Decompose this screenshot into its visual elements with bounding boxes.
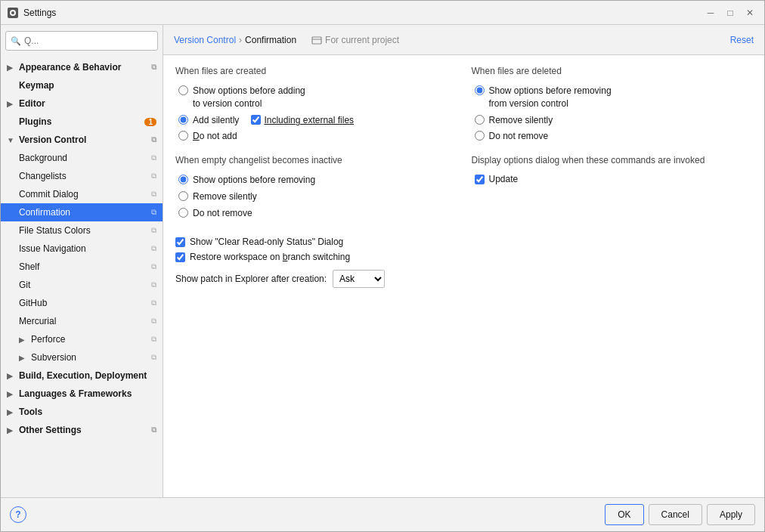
cancel-button[interactable]: Cancel	[649, 504, 702, 525]
arrow-icon: ▶	[19, 336, 28, 344]
sidebar-item-mercurial[interactable]: Mercurial ⧉	[1, 312, 163, 330]
copy-icon[interactable]: ⧉	[151, 190, 156, 199]
including-external-label: Including external files	[264, 115, 354, 125]
radio-show-options-inactive-input[interactable]	[178, 175, 188, 184]
radio-do-not-remove-inactive-input[interactable]	[178, 208, 188, 218]
sidebar-item-build[interactable]: ▶ Build, Execution, Deployment	[1, 367, 163, 385]
search-icon: 🔍	[11, 36, 21, 46]
copy-icon[interactable]: ⧉	[151, 425, 156, 435]
sidebar-item-label: Commit Dialog	[19, 189, 79, 200]
radio-do-not-add[interactable]: Do not add	[178, 130, 457, 143]
copy-icon[interactable]: ⧉	[151, 172, 156, 181]
radio-add-silently[interactable]: Add silently	[178, 114, 239, 127]
apply-button[interactable]: Apply	[707, 504, 755, 525]
radio-show-options-inactive[interactable]: Show options before removing	[178, 174, 457, 187]
display-options-label: Display options dialog when these comman…	[472, 155, 753, 168]
show-patch-dropdown[interactable]: Ask Always Never	[333, 270, 385, 288]
sidebar-item-background[interactable]: Background ⧉	[1, 149, 163, 167]
sidebar-item-github[interactable]: GitHub ⧉	[1, 294, 163, 312]
sidebar-item-appearance[interactable]: ▶ Appearance & Behavior ⧉	[1, 58, 163, 76]
sidebar-item-file-status-colors[interactable]: File Status Colors ⧉	[1, 221, 163, 240]
radio-remove-silently-inactive-input[interactable]	[178, 191, 188, 201]
sidebar-item-subversion[interactable]: ▶ Subversion ⧉	[1, 348, 163, 367]
copy-icon[interactable]: ⧉	[151, 280, 156, 289]
show-clear-readonly-checkbox[interactable]	[175, 237, 185, 247]
arrow-icon: ▶	[7, 426, 16, 435]
copy-icon[interactable]: ⧉	[151, 135, 156, 144]
copy-icon[interactable]: ⧉	[151, 353, 156, 362]
copy-icon[interactable]: ⧉	[151, 317, 156, 326]
update-checkbox[interactable]	[475, 175, 485, 184]
copy-icon[interactable]: ⧉	[151, 226, 156, 235]
sidebar-item-version-control[interactable]: ▼ Version Control ⧉	[1, 131, 163, 149]
files-deleted-radio-group: Show options before removingfrom version…	[475, 85, 753, 143]
radio-show-options-remove-input[interactable]	[475, 85, 485, 95]
radio-show-options-add[interactable]: Show options before addingto version con…	[178, 85, 457, 110]
reset-button[interactable]: Reset	[730, 35, 754, 45]
radio-add-silently-input[interactable]	[178, 115, 188, 125]
restore-workspace-checkbox[interactable]	[175, 252, 185, 262]
project-icon	[311, 35, 322, 45]
sidebar-item-label: Plugins	[19, 116, 51, 127]
window-icon	[7, 7, 19, 19]
copy-icon[interactable]: ⧉	[151, 153, 156, 162]
sidebar-item-label: Build, Execution, Deployment	[19, 370, 147, 381]
copy-icon[interactable]: ⧉	[151, 208, 156, 217]
update-label: Update	[489, 174, 519, 184]
checkbox-show-clear-readonly[interactable]: Show "Clear Read-only Status" Dialog	[175, 237, 752, 247]
arrow-icon: ▶	[7, 408, 16, 416]
sidebar-item-label: Appearance & Behavior	[19, 62, 121, 73]
for-current-project: For current project	[311, 35, 399, 45]
radio-show-options-add-input[interactable]	[178, 85, 188, 95]
ok-button[interactable]: OK	[605, 504, 643, 525]
radio-label: Add silently	[193, 114, 239, 127]
sidebar-item-commit-dialog[interactable]: Commit Dialog ⧉	[1, 185, 163, 203]
arrow-spacer	[7, 82, 16, 90]
including-external-checkbox[interactable]	[251, 115, 261, 125]
sidebar-item-plugins[interactable]: Plugins 1	[1, 113, 163, 131]
window-controls: ─ □ ✕	[702, 5, 758, 21]
sidebar-item-perforce[interactable]: ▶ Perforce ⧉	[1, 330, 163, 348]
radio-remove-silently-input[interactable]	[475, 115, 485, 125]
copy-icon[interactable]: ⧉	[151, 262, 156, 271]
sidebar-item-tools[interactable]: ▶ Tools	[1, 403, 163, 421]
breadcrumb-parent[interactable]: Version Control	[174, 35, 236, 45]
maximize-button[interactable]: □	[722, 5, 739, 21]
sidebar-item-editor[interactable]: ▶ Editor	[1, 94, 163, 113]
sidebar-item-git[interactable]: Git ⧉	[1, 276, 163, 294]
search-box[interactable]: 🔍	[5, 31, 158, 51]
arrow-spacer	[7, 118, 16, 126]
sidebar-item-confirmation[interactable]: Confirmation ⧉	[1, 203, 163, 221]
copy-icon[interactable]: ⧉	[151, 63, 156, 72]
sidebar-item-languages[interactable]: ▶ Languages & Frameworks	[1, 385, 163, 403]
radio-remove-silently[interactable]: Remove silently	[475, 114, 753, 127]
sidebar-item-other-settings[interactable]: ▶ Other Settings ⧉	[1, 421, 163, 439]
arrow-icon: ▶	[7, 372, 16, 380]
sidebar-item-changelists[interactable]: Changelists ⧉	[1, 167, 163, 185]
copy-icon[interactable]: ⧉	[151, 298, 156, 308]
sidebar-item-shelf[interactable]: Shelf ⧉	[1, 258, 163, 276]
radio-do-not-remove-inactive[interactable]: Do not remove	[178, 207, 457, 220]
sidebar-item-label: Changelists	[19, 171, 67, 181]
radio-remove-silently-inactive[interactable]: Remove silently	[178, 190, 457, 203]
sidebar-item-issue-navigation[interactable]: Issue Navigation ⧉	[1, 240, 163, 258]
radio-label: Remove silently	[193, 190, 257, 203]
help-button[interactable]: ?	[10, 506, 26, 523]
radio-do-not-add-input[interactable]	[178, 131, 188, 141]
radio-show-options-remove[interactable]: Show options before removingfrom version…	[475, 85, 753, 110]
sidebar-item-label: GitHub	[19, 298, 47, 308]
when-files-deleted-label: When files are deleted	[472, 66, 753, 79]
checkbox-restore-workspace[interactable]: Restore workspace on branch switching	[175, 252, 752, 262]
sidebar-item-keymap[interactable]: Keymap	[1, 76, 163, 94]
copy-icon[interactable]: ⧉	[151, 244, 156, 253]
close-button[interactable]: ✕	[742, 5, 758, 21]
copy-icon[interactable]: ⧉	[151, 335, 156, 344]
breadcrumb-current: Confirmation	[245, 35, 296, 45]
radio-label: Do not add	[193, 130, 237, 143]
minimize-button[interactable]: ─	[702, 5, 719, 21]
checkbox-update[interactable]: Update	[475, 174, 753, 184]
search-input[interactable]	[24, 36, 153, 46]
radio-do-not-remove-input[interactable]	[475, 131, 485, 141]
arrow-icon: ▶	[7, 390, 16, 398]
radio-do-not-remove[interactable]: Do not remove	[475, 130, 753, 143]
